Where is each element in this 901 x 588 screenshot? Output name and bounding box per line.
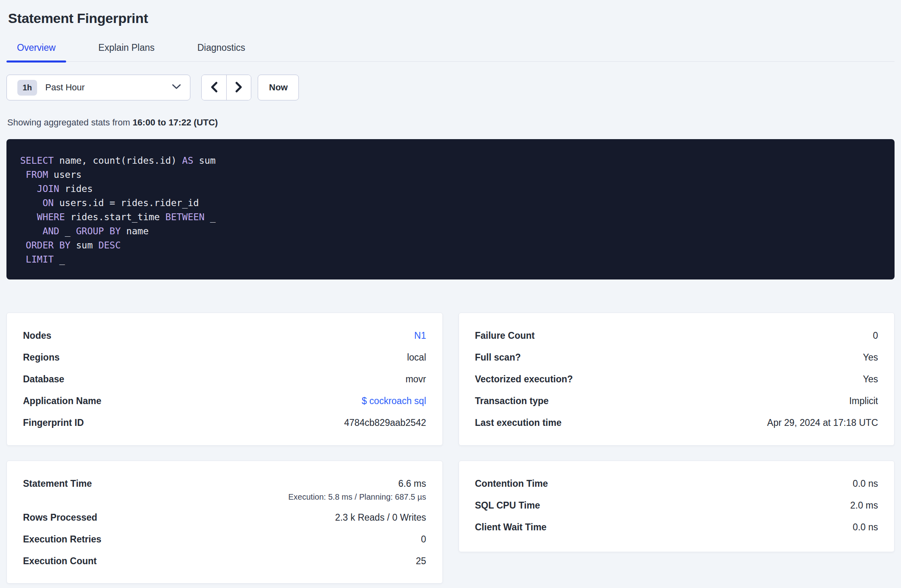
row-label: Last execution time <box>475 416 562 430</box>
row-value: local <box>407 351 426 364</box>
table-row: Vectorized execution? Yes <box>475 373 878 386</box>
table-row: Client Wait Time 0.0 ns <box>475 521 878 534</box>
row-label: Rows Processed <box>23 511 97 524</box>
table-row: Last execution time Apr 29, 2024 at 17:1… <box>475 416 878 430</box>
tabs-bar: Overview Explain Plans Diagnostics <box>6 40 895 62</box>
time-nav-group <box>201 75 251 100</box>
table-row: SQL CPU Time 2.0 ms <box>475 499 878 512</box>
sql-statement-box: SELECT name, count(rides.id) AS sum FROM… <box>6 139 895 279</box>
row-value: Yes <box>863 373 878 386</box>
row-label: Full scan? <box>475 351 521 364</box>
previous-interval-button[interactable] <box>202 75 226 100</box>
table-row: Nodes N1 <box>23 329 426 342</box>
time-stats-card: Contention Time 0.0 ns SQL CPU Time 2.0 … <box>459 461 895 552</box>
row-label: Statement Time <box>23 477 92 490</box>
table-row: Application Name $ cockroach sql <box>23 394 426 408</box>
row-value: 0.0 ns <box>853 521 878 534</box>
cards-row-1: Nodes N1 Regions local Database movr App… <box>6 313 895 446</box>
row-label: Fingerprint ID <box>23 416 84 430</box>
page-title: Statement Fingerprint <box>8 10 893 26</box>
table-row: Rows Processed 2.3 k Reads / 0 Writes <box>23 511 426 524</box>
sql-line: AND _ GROUP BY name <box>20 224 881 238</box>
tab-overview[interactable]: Overview <box>6 40 66 61</box>
row-label: Vectorized execution? <box>475 373 573 386</box>
tab-explain-plans[interactable]: Explain Plans <box>88 40 165 61</box>
sql-line: LIMIT _ <box>20 252 881 267</box>
row-label: Execution Retries <box>23 533 101 546</box>
time-controls: 1h Past Hour Now <box>6 75 895 100</box>
table-row: Statement Time 6.6 ms Execution: 5.8 ms … <box>23 477 426 503</box>
row-value: 0.0 ns <box>853 477 878 490</box>
row-value: Implicit <box>849 394 878 408</box>
sql-line: JOIN rides <box>20 182 881 196</box>
statement-details-card: Nodes N1 Regions local Database movr App… <box>6 313 443 446</box>
table-row: Database movr <box>23 373 426 386</box>
cards-row-2: Statement Time 6.6 ms Execution: 5.8 ms … <box>6 461 895 584</box>
statement-time-breakdown: Execution: 5.8 ms / Planning: 687.5 µs <box>288 491 426 503</box>
row-label: Database <box>23 373 64 386</box>
row-label: Regions <box>23 351 60 364</box>
stats-line-prefix: Showing aggregated stats from <box>7 117 133 127</box>
next-interval-button[interactable] <box>226 75 251 100</box>
nodes-link[interactable]: N1 <box>414 329 426 342</box>
time-range-badge: 1h <box>17 80 37 96</box>
row-value: 25 <box>416 555 426 568</box>
page-header: Statement Fingerprint <box>0 0 901 26</box>
row-value: movr <box>405 373 426 386</box>
time-range-label: Past Hour <box>45 82 172 93</box>
row-value: 4784cb829aab2542 <box>344 416 426 430</box>
row-label: Client Wait Time <box>475 521 547 534</box>
sql-line: SELECT name, count(rides.id) AS sum <box>20 154 881 168</box>
row-label: Nodes <box>23 329 51 342</box>
sql-line: WHERE rides.start_time BETWEEN _ <box>20 210 881 224</box>
stats-line-range: 16:00 to 17:22 (UTC) <box>133 117 218 127</box>
row-label: SQL CPU Time <box>475 499 540 512</box>
table-row: Failure Count 0 <box>475 329 878 342</box>
table-row: Transaction type Implicit <box>475 394 878 408</box>
tab-diagnostics[interactable]: Diagnostics <box>187 40 256 61</box>
row-value: 6.6 ms <box>398 477 426 490</box>
aggregated-stats-line: Showing aggregated stats from 16:00 to 1… <box>7 117 895 128</box>
row-label: Execution Count <box>23 555 97 568</box>
now-button[interactable]: Now <box>258 75 299 100</box>
caret-right-icon <box>234 81 243 94</box>
row-value: Apr 29, 2024 at 17:18 UTC <box>767 416 878 430</box>
table-row: Full scan? Yes <box>475 351 878 364</box>
table-row: Regions local <box>23 351 426 364</box>
row-label: Failure Count <box>475 329 535 342</box>
sql-line: FROM users <box>20 168 881 182</box>
row-value: 0 <box>873 329 878 342</box>
chevron-down-icon <box>172 84 181 91</box>
statement-stats-card: Statement Time 6.6 ms Execution: 5.8 ms … <box>6 461 443 584</box>
sql-line: ON users.id = rides.rider_id <box>20 196 881 210</box>
row-value: 2.3 k Reads / 0 Writes <box>335 511 426 524</box>
application-name-link[interactable]: $ cockroach sql <box>362 394 426 408</box>
caret-left-icon <box>210 81 219 94</box>
row-label: Application Name <box>23 394 101 408</box>
table-row: Execution Count 25 <box>23 555 426 568</box>
statement-time-values: 6.6 ms Execution: 5.8 ms / Planning: 687… <box>288 477 426 503</box>
execution-attributes-card: Failure Count 0 Full scan? Yes Vectorize… <box>459 313 895 446</box>
sql-line: ORDER BY sum DESC <box>20 238 881 252</box>
table-row: Execution Retries 0 <box>23 533 426 546</box>
table-row: Fingerprint ID 4784cb829aab2542 <box>23 416 426 430</box>
row-label: Contention Time <box>475 477 548 490</box>
row-value: 0 <box>421 533 426 546</box>
row-value: Yes <box>863 351 878 364</box>
time-range-dropdown[interactable]: 1h Past Hour <box>6 75 190 100</box>
table-row: Contention Time 0.0 ns <box>475 477 878 490</box>
row-label: Transaction type <box>475 394 549 408</box>
row-value: 2.0 ms <box>850 499 878 512</box>
